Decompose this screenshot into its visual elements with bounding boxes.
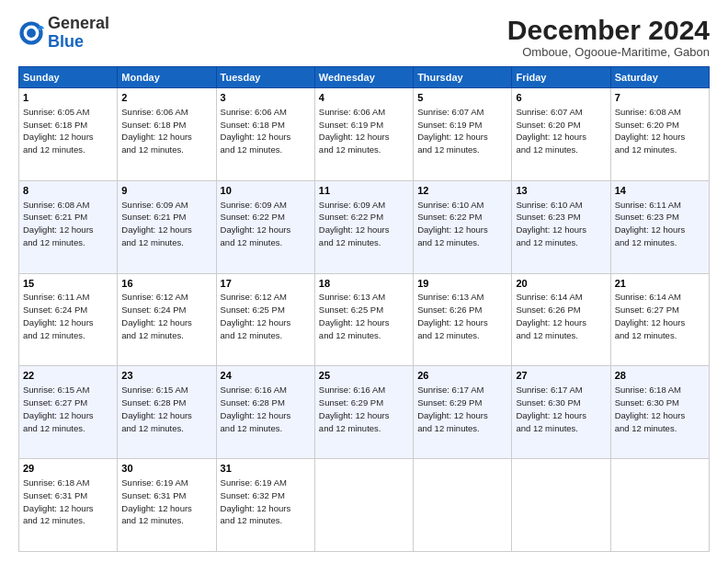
col-wednesday: Wednesday [314, 67, 413, 88]
col-thursday: Thursday [414, 67, 512, 88]
sunrise-info: Sunrise: 6:08 AM [23, 200, 89, 210]
sunset-info: Sunset: 6:24 PM [121, 304, 186, 315]
daylight-minutes: and 12 minutes. [121, 237, 184, 247]
svg-point-2 [27, 29, 36, 38]
daylight-minutes: and 12 minutes. [615, 237, 677, 247]
calendar-cell [314, 459, 413, 552]
sunset-info: Sunset: 6:23 PM [615, 212, 679, 222]
sunrise-info: Sunrise: 6:14 AM [615, 292, 681, 302]
calendar-cell: 20 Sunrise: 6:14 AM Sunset: 6:26 PM Dayl… [512, 273, 610, 366]
day-number: 5 [417, 91, 507, 105]
sunset-info: Sunset: 6:18 PM [121, 120, 186, 130]
sunrise-info: Sunrise: 6:16 AM [319, 385, 385, 395]
day-number: 31 [221, 462, 311, 476]
day-number: 8 [23, 184, 113, 198]
calendar-cell: 23 Sunrise: 6:15 AM Sunset: 6:28 PM Dayl… [118, 366, 216, 459]
calendar-cell: 18 Sunrise: 6:13 AM Sunset: 6:25 PM Dayl… [314, 273, 413, 366]
sunrise-info: Sunrise: 6:08 AM [615, 107, 681, 117]
day-number: 24 [221, 369, 311, 383]
daylight-info: Daylight: 12 hours [615, 132, 686, 142]
day-number: 15 [23, 277, 113, 291]
sunset-info: Sunset: 6:27 PM [23, 397, 87, 408]
col-tuesday: Tuesday [216, 67, 314, 88]
sunset-info: Sunset: 6:27 PM [615, 304, 679, 315]
day-number: 14 [615, 184, 705, 198]
daylight-minutes: and 12 minutes. [319, 237, 381, 247]
calendar-cell: 5 Sunrise: 6:07 AM Sunset: 6:19 PM Dayli… [414, 88, 512, 181]
day-number: 6 [516, 91, 606, 105]
daylight-minutes: and 12 minutes. [417, 237, 480, 247]
calendar-cell: 31 Sunrise: 6:19 AM Sunset: 6:32 PM Dayl… [216, 459, 314, 552]
calendar-week-5: 29 Sunrise: 6:18 AM Sunset: 6:31 PM Dayl… [19, 459, 710, 552]
day-number: 27 [516, 369, 606, 383]
daylight-info: Daylight: 12 hours [121, 410, 192, 420]
sunrise-info: Sunrise: 6:11 AM [615, 200, 681, 210]
daylight-minutes: and 12 minutes. [615, 144, 677, 155]
header: General Blue December 2024 Omboue, Ogoou… [18, 15, 710, 59]
daylight-minutes: and 12 minutes. [121, 423, 184, 433]
day-number: 3 [221, 91, 311, 105]
calendar-cell: 6 Sunrise: 6:07 AM Sunset: 6:20 PM Dayli… [512, 88, 610, 181]
sunrise-info: Sunrise: 6:05 AM [23, 107, 89, 117]
logo-general: General [48, 14, 109, 32]
sunrise-info: Sunrise: 6:15 AM [23, 385, 89, 395]
sunset-info: Sunset: 6:22 PM [221, 212, 285, 222]
calendar-cell: 19 Sunrise: 6:13 AM Sunset: 6:26 PM Dayl… [414, 273, 512, 366]
sunrise-info: Sunrise: 6:15 AM [121, 385, 188, 395]
calendar-cell: 21 Sunrise: 6:14 AM Sunset: 6:27 PM Dayl… [610, 273, 709, 366]
calendar-cell: 16 Sunrise: 6:12 AM Sunset: 6:24 PM Dayl… [118, 273, 216, 366]
sunset-info: Sunset: 6:18 PM [221, 120, 285, 130]
daylight-info: Daylight: 12 hours [23, 410, 94, 420]
col-saturday: Saturday [610, 67, 709, 88]
calendar-cell: 29 Sunrise: 6:18 AM Sunset: 6:31 PM Dayl… [19, 459, 118, 552]
day-number: 25 [319, 369, 409, 383]
daylight-minutes: and 12 minutes. [417, 423, 480, 433]
daylight-info: Daylight: 12 hours [121, 503, 192, 513]
month-title: December 2024 [507, 15, 710, 45]
sunrise-info: Sunrise: 6:10 AM [417, 200, 483, 210]
logo-icon [18, 20, 44, 46]
day-number: 18 [319, 277, 409, 291]
sunrise-info: Sunrise: 6:11 AM [23, 292, 89, 302]
daylight-info: Daylight: 12 hours [221, 224, 291, 235]
calendar-cell: 30 Sunrise: 6:19 AM Sunset: 6:31 PM Dayl… [118, 459, 216, 552]
calendar-week-2: 8 Sunrise: 6:08 AM Sunset: 6:21 PM Dayli… [19, 180, 710, 273]
sunrise-info: Sunrise: 6:13 AM [417, 292, 483, 302]
daylight-info: Daylight: 12 hours [417, 132, 488, 142]
daylight-minutes: and 12 minutes. [615, 423, 677, 433]
daylight-minutes: and 12 minutes. [221, 515, 283, 525]
daylight-minutes: and 12 minutes. [516, 144, 578, 155]
day-number: 17 [221, 277, 311, 291]
daylight-minutes: and 12 minutes. [221, 330, 283, 340]
sunset-info: Sunset: 6:20 PM [615, 120, 679, 130]
sunset-info: Sunset: 6:19 PM [319, 120, 383, 130]
daylight-minutes: and 12 minutes. [417, 144, 480, 155]
sunset-info: Sunset: 6:19 PM [417, 120, 482, 130]
calendar-cell: 14 Sunrise: 6:11 AM Sunset: 6:23 PM Dayl… [610, 180, 709, 273]
sunset-info: Sunset: 6:23 PM [516, 212, 580, 222]
daylight-info: Daylight: 12 hours [615, 410, 686, 420]
sunrise-info: Sunrise: 6:12 AM [121, 292, 188, 302]
sunset-info: Sunset: 6:25 PM [221, 304, 285, 315]
daylight-info: Daylight: 12 hours [319, 132, 390, 142]
day-number: 28 [615, 369, 705, 383]
sunrise-info: Sunrise: 6:07 AM [516, 107, 582, 117]
sunrise-info: Sunrise: 6:14 AM [516, 292, 582, 302]
calendar-cell: 12 Sunrise: 6:10 AM Sunset: 6:22 PM Dayl… [414, 180, 512, 273]
sunrise-info: Sunrise: 6:19 AM [221, 477, 287, 488]
day-number: 20 [516, 277, 606, 291]
day-number: 16 [121, 277, 211, 291]
day-number: 21 [615, 277, 705, 291]
daylight-info: Daylight: 12 hours [221, 132, 291, 142]
day-number: 1 [23, 91, 113, 105]
sunset-info: Sunset: 6:24 PM [23, 304, 87, 315]
daylight-info: Daylight: 12 hours [516, 224, 586, 235]
daylight-minutes: and 12 minutes. [221, 144, 283, 155]
sunset-info: Sunset: 6:26 PM [516, 304, 580, 315]
calendar-cell: 11 Sunrise: 6:09 AM Sunset: 6:22 PM Dayl… [314, 180, 413, 273]
calendar-cell: 22 Sunrise: 6:15 AM Sunset: 6:27 PM Dayl… [19, 366, 118, 459]
daylight-minutes: and 12 minutes. [417, 330, 480, 340]
calendar-cell [414, 459, 512, 552]
daylight-info: Daylight: 12 hours [121, 317, 192, 327]
day-number: 30 [121, 462, 211, 476]
